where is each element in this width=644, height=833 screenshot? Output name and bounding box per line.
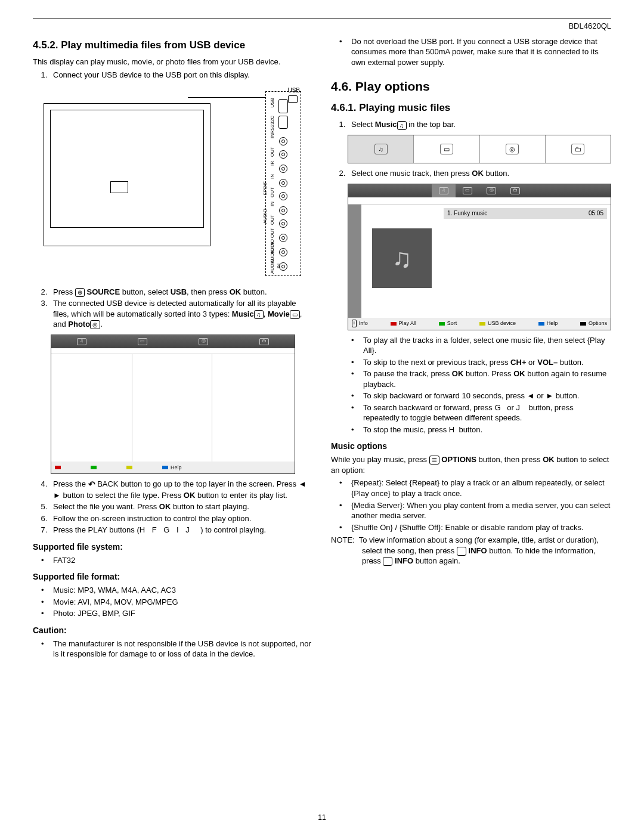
tab-folder-ic: 🗀: [571, 144, 584, 154]
tab-music-ic: ♫: [374, 144, 388, 154]
ff-photo-vals: : JPEG, BMP, GIF: [73, 609, 135, 618]
tab-music: ♫: [348, 135, 414, 163]
step4-e: button to enter its play list.: [195, 491, 287, 500]
step7-keys: H F G I J: [140, 525, 192, 534]
b2b: CH+: [510, 358, 526, 367]
ff-music-vals: : MP3, WMA, M4A, AAC, AC3: [73, 586, 176, 594]
ff-movie-label: Movie: [53, 597, 74, 606]
b1c: }.: [371, 346, 376, 355]
step-6: Follow the on-screen instruction to cont…: [49, 513, 313, 524]
b3c: button. Press: [463, 369, 513, 378]
heading-supported-file-system: Supported file system:: [33, 541, 313, 553]
tip-playall: To play all the tracks in a folder, sele…: [360, 335, 611, 356]
ff-movie-vals: : AVI, MP4, MOV, MPG/MPEG: [74, 597, 178, 606]
two-column-layout: 4.5.2. Play multimedia files from USB de…: [33, 35, 611, 661]
foot-sort: Sort: [439, 320, 457, 327]
steps-list-1: Connect your USB device to the USB port …: [33, 70, 313, 80]
mop-c: button, then press: [476, 455, 543, 464]
right-column: Do not overload the USB port. If you con…: [331, 35, 611, 661]
pl-subheader: [348, 197, 611, 205]
step7-a: Press the PLAY buttons (: [53, 525, 140, 534]
callout-line: [188, 97, 265, 98]
mop-b: OPTIONS: [439, 455, 476, 464]
opt-media-server: {Media Server}: When you play content fr…: [348, 500, 611, 521]
music-step-2: Select one music track, then press OK bu…: [348, 168, 611, 179]
footer-help: Help: [171, 464, 182, 471]
ms2-ok: OK: [472, 169, 484, 178]
monitor-back-outline: [44, 103, 210, 246]
file-format-list: Music: MP3, WMA, M4A, AAC, AC3 Movie: AV…: [33, 585, 313, 619]
playlist-figure: ♫ ▭ ◎ 🗀 ♫ 1. Funky music 05:05 iInfo Pla…: [348, 184, 611, 330]
jack-4: [279, 190, 287, 203]
step-2: Press ⊕ SOURCE button, select USB, then …: [49, 287, 313, 298]
model-number: BDL4620QL: [33, 21, 611, 32]
intro-text: This display can play music, movie, or p…: [33, 57, 313, 67]
step2-text-c: button, select: [120, 287, 171, 296]
b5a: To search backward or forward, press: [363, 403, 494, 412]
pl-folder-icon: 🗀: [510, 187, 520, 194]
info-icon-2: i: [383, 557, 392, 566]
steps-list-2: Press ⊕ SOURCE button, select USB, then …: [33, 287, 313, 330]
top-rule: [33, 18, 611, 18]
top-bar-figure: ♫ ▭ ◎ 🗀: [348, 135, 611, 163]
jack-6: [279, 217, 287, 230]
options-icon: ☰: [429, 456, 439, 465]
port-label-in3: IN: [270, 202, 280, 206]
tabbar: ♫ ▭ ◎ 🗀: [348, 135, 611, 163]
mop-d: OK: [543, 455, 555, 464]
step2-text-g: button.: [241, 287, 267, 296]
step2-text-a: Press: [53, 287, 75, 296]
port-label-audioin2: AUDIO IN: [270, 256, 280, 275]
step4-ok: OK: [184, 491, 196, 500]
playlist-tabbar: ♫ ▭ ◎ 🗀: [348, 184, 611, 197]
jack-1: [279, 135, 287, 148]
tab-photo-icon: ◎: [199, 338, 208, 345]
step3-period: .: [100, 320, 103, 329]
b6b: button.: [457, 425, 482, 434]
tab-music-icon: ♫: [77, 338, 86, 345]
playback-tips-list: To play all the tracks in a folder, sele…: [331, 335, 611, 435]
step4-b: BACK button to go up to the top layer in…: [95, 479, 299, 488]
music-steps-1: Select Music♫ in the top bar.: [331, 119, 611, 130]
jack-5: [279, 204, 287, 217]
jack-ir: [279, 162, 287, 175]
step2-ok: OK: [230, 287, 242, 296]
fs-fat32: FAT32: [49, 555, 313, 566]
ms2-a: Select one music track, then press: [351, 169, 472, 178]
port-panel: USB RS232C IN OUT IR IN OUT SPDIF IN OUT…: [265, 91, 301, 276]
note-label: NOTE:: [331, 535, 355, 544]
page-number: 11: [0, 813, 644, 822]
port-label-in1: IN: [270, 134, 280, 138]
port-label-ir: IR: [270, 161, 280, 166]
port-label-usb: USB: [270, 98, 280, 107]
ff-music: Music: MP3, WMA, M4A, AAC, AC3: [49, 585, 313, 596]
browser-body: [51, 354, 295, 462]
b6a: To stop the music, press: [363, 425, 449, 434]
b3b: OK: [452, 369, 464, 378]
b5g: G: [494, 403, 500, 412]
pl-music-icon: ♫: [439, 187, 448, 194]
browser-tabbar: ♫ ▭ ◎ 🗀: [51, 335, 295, 348]
heading-music-options: Music options: [331, 441, 611, 452]
step-1: Connect your USB device to the USB port …: [49, 70, 313, 80]
step5-ok: OK: [159, 502, 171, 511]
step4-a: Press the: [53, 479, 88, 488]
b1a: To play all the tracks in a folder, sele…: [363, 336, 590, 345]
usb-connection-diagram: USB USB RS232C IN OUT IR IN OUT SPDIF IN: [33, 85, 313, 282]
jack-7: [279, 231, 287, 244]
tab-movie: ▭: [414, 135, 479, 163]
step3-music: Music: [232, 309, 254, 318]
pl-movie-icon: ▭: [463, 187, 472, 194]
overload-list: Do not overload the USB port. If you con…: [331, 36, 611, 68]
step3-photo: Photo: [68, 320, 90, 329]
port-label-rs232c: RS232C: [270, 116, 280, 134]
b2e: button.: [558, 358, 583, 367]
track-row: 1. Funky music 05:05: [444, 208, 607, 219]
foot-options: Options: [580, 320, 607, 327]
tab-movie-ic: ▭: [440, 144, 453, 154]
tip-skip10: To skip backward or forward 10 seconds, …: [360, 391, 611, 401]
steps-list-3: Press the ↶ BACK button to go up to the …: [33, 479, 313, 535]
step2-text-e: , then press: [187, 287, 230, 296]
tip-search: To search backward or forward, press G o…: [360, 402, 611, 423]
step2-usb: USB: [171, 287, 187, 296]
